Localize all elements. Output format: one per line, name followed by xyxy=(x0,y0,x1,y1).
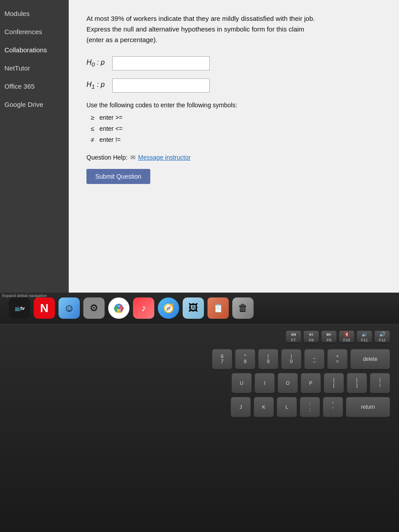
jkl-row: J K L : ; " ' return xyxy=(9,397,390,417)
key-k[interactable]: K xyxy=(254,397,274,417)
message-instructor-link[interactable]: Message instructor xyxy=(138,154,191,161)
dock-music-icon[interactable]: ♪ xyxy=(133,297,154,319)
dock-netflix-icon[interactable]: N xyxy=(34,297,55,319)
sidebar-item-modules[interactable]: Modules xyxy=(0,4,69,23)
h1-input[interactable] xyxy=(112,78,210,93)
symbols-title: Use the following codes to enter the fol… xyxy=(86,102,381,109)
dock-finder-icon[interactable]: ☺ xyxy=(59,297,80,319)
key-f8[interactable]: ⏯ F8 xyxy=(303,330,319,343)
dock-trash-icon[interactable]: 🗑 xyxy=(232,297,254,319)
question-help: Question Help: ✉ Message instructor xyxy=(86,154,381,161)
key-semicolon[interactable]: : ; xyxy=(300,397,320,417)
keyboard: ⏮ F7 ⏯ F8 ⏭ F9 🔇 F10 🔉 F11 🔊 F12 xyxy=(9,330,390,417)
key-8[interactable]: * 8 xyxy=(235,349,255,369)
dock-gear-icon[interactable]: ⚙ xyxy=(83,297,105,319)
key-9[interactable]: ( 9 xyxy=(258,349,278,369)
key-f11[interactable]: 🔉 F11 xyxy=(356,330,372,343)
key-u[interactable]: U xyxy=(231,373,252,393)
sidebar: Modules Conferences Collaborations NetTu… xyxy=(0,0,69,324)
key-delete[interactable]: delete xyxy=(350,349,390,369)
key-minus[interactable]: _ – xyxy=(304,349,325,369)
keyboard-area: ⏮ F7 ⏯ F8 ⏭ F9 🔇 F10 🔉 F11 🔊 F12 xyxy=(0,324,399,532)
symbols-section: Use the following codes to enter the fol… xyxy=(86,102,381,146)
question-help-label: Question Help: xyxy=(86,154,128,161)
key-f12[interactable]: 🔊 F12 xyxy=(374,330,390,343)
screen-area: Modules Conferences Collaborations NetTu… xyxy=(0,0,399,324)
key-i[interactable]: I xyxy=(254,373,275,393)
dock-doc-icon[interactable]: 📋 xyxy=(207,297,229,319)
key-o[interactable]: O xyxy=(278,373,298,393)
sidebar-item-collaborations[interactable]: Collaborations xyxy=(0,41,69,59)
h1-label: H1 : p xyxy=(86,81,109,90)
key-backslash[interactable]: | \ xyxy=(370,373,390,393)
key-l[interactable]: L xyxy=(277,397,297,417)
mail-icon: ✉ xyxy=(130,154,136,161)
dock-appletv-icon[interactable]: 📺tv xyxy=(9,297,30,319)
sidebar-item-office365[interactable]: Office 365 xyxy=(0,77,69,95)
key-return[interactable]: return xyxy=(346,397,390,417)
h0-label: H0 : p xyxy=(86,59,109,68)
key-f10[interactable]: 🔇 F10 xyxy=(339,330,355,343)
key-0[interactable]: ) 0 xyxy=(281,349,301,369)
symbol-row-gte: ≥ enter >= xyxy=(86,112,381,123)
h0-input[interactable] xyxy=(112,56,210,70)
key-f7[interactable]: ⏮ F7 xyxy=(286,330,301,343)
uiop-row: U I O P { [ } ] | \ xyxy=(9,373,390,393)
sidebar-item-conferences[interactable]: Conferences xyxy=(0,23,69,41)
fn-key-row: ⏮ F7 ⏯ F8 ⏭ F9 🔇 F10 🔉 F11 🔊 F12 xyxy=(9,330,390,343)
dock-files-icon[interactable]: 🖼 xyxy=(183,297,204,319)
dock-safari-icon[interactable]: 🧭 xyxy=(158,297,179,319)
symbol-row-neq: ≠ enter != xyxy=(86,134,381,145)
key-bracket-left[interactable]: { [ xyxy=(324,373,344,393)
key-p[interactable]: P xyxy=(301,373,321,393)
sidebar-item-googledrive[interactable]: Google Drive xyxy=(0,95,69,113)
main-content: At most 39% of workers indicate that the… xyxy=(69,0,399,324)
dock-area: Expand global navigation 📺tv N ☺ ⚙ ♪ 🧭 🖼… xyxy=(0,293,399,324)
sidebar-item-nettutor[interactable]: NetTutor xyxy=(0,59,69,77)
submit-question-button[interactable]: Submit Question xyxy=(86,169,150,184)
key-quote[interactable]: " ' xyxy=(323,397,343,417)
symbol-row-lte: ≤ enter <= xyxy=(86,123,381,134)
dock-chrome-icon[interactable] xyxy=(108,297,129,319)
key-equals[interactable]: + = xyxy=(327,349,348,369)
key-f9[interactable]: ⏭ F9 xyxy=(321,330,337,343)
key-j[interactable]: J xyxy=(231,397,251,417)
h1-row: H1 : p xyxy=(86,78,381,93)
key-bracket-right[interactable]: } ] xyxy=(347,373,367,393)
h0-row: H0 : p xyxy=(86,56,381,70)
question-text: At most 39% of workers indicate that the… xyxy=(86,13,317,45)
number-row: & 7 * 8 ( 9 ) 0 _ – + = xyxy=(9,349,390,369)
key-7[interactable]: & 7 xyxy=(212,349,232,369)
